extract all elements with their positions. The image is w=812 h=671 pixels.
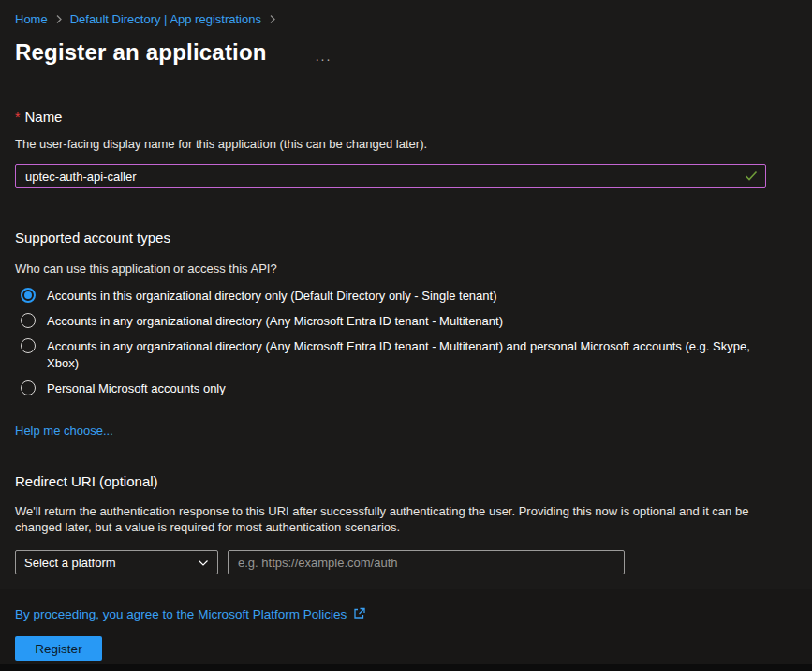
breadcrumb-home-link[interactable]: Home <box>15 12 48 26</box>
radio-label: Accounts in any organizational directory… <box>47 337 764 372</box>
window-bottom-edge <box>0 664 812 671</box>
action-footer: By proceeding, you agree to the Microsof… <box>0 589 812 671</box>
chevron-right-icon <box>54 14 64 24</box>
radio-icon <box>21 313 36 328</box>
platform-policies-link[interactable]: By proceeding, you agree to the Microsof… <box>15 607 366 622</box>
radio-multitenant[interactable]: Accounts in any organizational directory… <box>15 312 764 330</box>
breadcrumb: Home Default Directory | App registratio… <box>15 12 797 26</box>
name-input-wrapper <box>15 164 766 188</box>
redirect-uri-controls: Select a platform <box>15 550 797 574</box>
platform-select-value: Select a platform <box>24 556 116 570</box>
help-me-choose-link[interactable]: Help me choose... <box>15 424 113 438</box>
name-field-description: The user-facing display name for this ap… <box>15 136 757 152</box>
radio-icon <box>21 380 36 395</box>
redirect-uri-description: We'll return the authentication response… <box>15 503 757 535</box>
chevron-down-icon <box>198 556 209 570</box>
register-application-pane: Home Default Directory | App registratio… <box>0 0 812 589</box>
chevron-right-icon <box>268 14 277 24</box>
radio-icon <box>21 338 36 353</box>
radio-icon <box>21 288 36 303</box>
radio-label: Personal Microsoft accounts only <box>47 380 226 397</box>
breadcrumb-app-registrations-link[interactable]: Default Directory | App registrations <box>70 12 261 26</box>
account-types-question: Who can use this application or access t… <box>15 261 797 276</box>
account-types-radio-group: Accounts in this organizational director… <box>15 287 797 397</box>
page-title: Register an application <box>15 39 267 66</box>
redirect-uri-input[interactable] <box>228 550 625 574</box>
radio-personal-only[interactable]: Personal Microsoft accounts only <box>15 380 764 397</box>
external-link-icon <box>353 607 366 622</box>
more-options-icon[interactable]: ... <box>316 49 332 64</box>
radio-label: Accounts in this organizational director… <box>47 287 497 305</box>
redirect-uri-heading: Redirect URI (optional) <box>15 473 797 489</box>
radio-multitenant-personal[interactable]: Accounts in any organizational directory… <box>15 337 764 372</box>
required-asterisk: * <box>15 110 20 125</box>
platform-select-dropdown[interactable]: Select a platform <box>15 550 218 574</box>
radio-label: Accounts in any organizational directory… <box>47 312 503 330</box>
register-button[interactable]: Register <box>15 636 102 661</box>
name-input[interactable] <box>15 164 766 188</box>
page-header: Register an application ... <box>15 39 797 66</box>
name-field-heading: *Name <box>15 109 797 125</box>
supported-account-types-heading: Supported account types <box>15 230 797 246</box>
policy-link-text: By proceeding, you agree to the Microsof… <box>15 607 347 621</box>
name-field-label: Name <box>24 109 62 125</box>
checkmark-icon <box>744 169 759 186</box>
radio-single-tenant[interactable]: Accounts in this organizational director… <box>15 287 764 305</box>
